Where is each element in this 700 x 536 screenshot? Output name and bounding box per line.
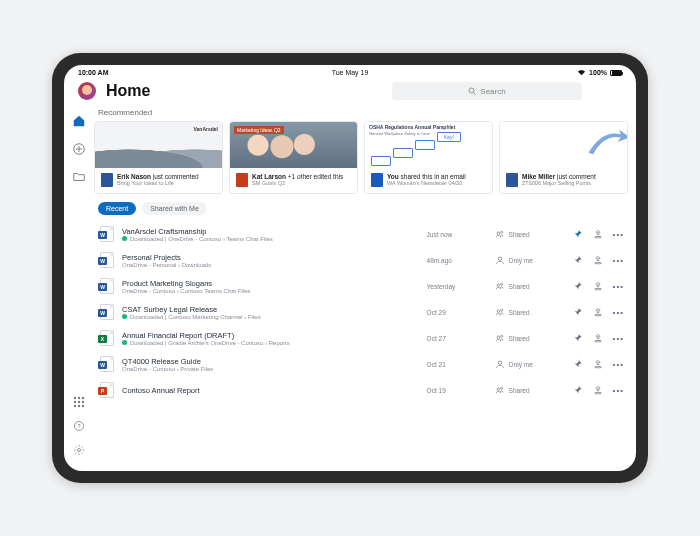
file-time: Just now <box>427 231 487 238</box>
pin-icon[interactable] <box>573 307 583 317</box>
more-icon[interactable]: ••• <box>613 334 624 343</box>
svg-point-20 <box>497 310 500 313</box>
share-icon[interactable] <box>593 385 603 395</box>
word-icon <box>101 173 113 187</box>
file-row[interactable]: WPersonal ProjectsOneDrive - Personal › … <box>94 247 628 273</box>
file-row[interactable]: WProduct Marketing SlogansOneDrive - Con… <box>94 273 628 299</box>
file-actions: ••• <box>573 229 624 239</box>
search-input[interactable]: Search <box>392 82 582 100</box>
share-icon[interactable] <box>593 359 603 369</box>
svg-point-24 <box>498 361 501 364</box>
svg-text:?: ? <box>77 423 80 429</box>
file-time: Yesterday <box>427 283 487 290</box>
recommended-cards: VanArsdel Erik Nason just commented Brin… <box>94 121 628 194</box>
pin-icon[interactable] <box>573 281 583 291</box>
sidebar-home-icon[interactable] <box>72 114 86 128</box>
file-actions: ••• <box>573 333 624 343</box>
svg-point-23 <box>500 335 502 337</box>
card-activity: Kat Larson +1 other edited this <box>252 173 343 180</box>
tab-shared[interactable]: Shared with Me <box>142 202 207 215</box>
file-name: Product Marketing Slogans <box>122 279 419 288</box>
file-name: CSAT Surbey Legal Release <box>122 305 419 314</box>
status-date: Tue May 19 <box>332 69 369 76</box>
recommended-card[interactable]: ••• Mike Miller just comment ZT6006 Majo… <box>499 121 628 194</box>
status-time: 10:00 AM <box>78 69 108 76</box>
file-row[interactable]: XAnnual Financial Report (DRAFT) Downloa… <box>94 325 628 351</box>
svg-point-26 <box>500 387 502 389</box>
arrow-icon <box>587 124 627 160</box>
share-icon[interactable] <box>593 333 603 343</box>
sidebar-folder-icon[interactable] <box>72 170 86 184</box>
file-icon: W <box>100 278 114 294</box>
recommended-card[interactable]: VanArsdel Erik Nason just commented Brin… <box>94 121 223 194</box>
file-actions: ••• <box>573 307 624 317</box>
svg-point-18 <box>497 284 500 287</box>
sidebar-apps-icon[interactable] <box>72 395 86 409</box>
file-meta: Personal ProjectsOneDrive - Personal › D… <box>122 253 419 268</box>
share-icon[interactable] <box>593 255 603 265</box>
share-icon[interactable] <box>593 281 603 291</box>
file-list: WVanArsdel Craftsmanship Downloaded | On… <box>94 221 628 403</box>
svg-line-1 <box>474 93 476 95</box>
search-icon <box>468 87 476 95</box>
file-actions: ••• <box>573 359 624 369</box>
pin-icon[interactable] <box>573 229 583 239</box>
file-name: VanArsdel Craftsmanship <box>122 227 419 236</box>
sidebar-help-icon[interactable]: ? <box>72 419 86 433</box>
tab-recent[interactable]: Recent <box>98 202 136 215</box>
sidebar-add-icon[interactable] <box>72 142 86 156</box>
file-share: Shared <box>495 281 565 291</box>
file-row[interactable]: WCSAT Surbey Legal Release Downloaded | … <box>94 299 628 325</box>
svg-point-3 <box>74 397 76 399</box>
pin-icon[interactable] <box>573 359 583 369</box>
file-row[interactable]: WQT4000 Release GuideOneDrive - Contoso … <box>94 351 628 377</box>
svg-point-10 <box>78 405 80 407</box>
pin-icon[interactable] <box>573 385 583 395</box>
share-icon[interactable] <box>593 307 603 317</box>
cloud-dot-icon <box>122 340 127 345</box>
sidebar-bottom: ? <box>72 395 86 463</box>
file-actions: ••• <box>573 385 624 395</box>
more-icon[interactable]: ••• <box>613 230 624 239</box>
more-icon[interactable]: ••• <box>613 282 624 291</box>
avatar[interactable] <box>78 82 96 100</box>
card-title: ZT6006 Major Selling Points <box>522 180 596 186</box>
file-time: 48m ago <box>427 257 487 264</box>
card-thumb: OSHA Regulations Annual Pamphlet General… <box>365 122 492 168</box>
file-path: Downloaded | OneDrive - Contoso › Teams … <box>122 236 419 242</box>
svg-point-25 <box>497 388 500 391</box>
share-icon[interactable] <box>593 229 603 239</box>
word-icon <box>506 173 518 187</box>
file-time: Oct 19 <box>427 387 487 394</box>
card-thumb: VanArsdel <box>95 122 222 168</box>
file-icon: P <box>100 382 114 398</box>
svg-point-8 <box>82 401 84 403</box>
more-icon[interactable]: ••• <box>613 386 624 395</box>
svg-point-22 <box>497 336 500 339</box>
file-row[interactable]: PContoso Annual ReportOct 19Shared••• <box>94 377 628 403</box>
file-path: Downloaded | Gradie Archie's OneDrive - … <box>122 340 419 346</box>
sidebar-settings-icon[interactable] <box>72 443 86 457</box>
recommended-card[interactable]: Marketing Ideas Q2 Kat Larson +1 other e… <box>229 121 358 194</box>
ppt-icon <box>236 173 248 187</box>
pin-icon[interactable] <box>573 333 583 343</box>
file-icon: X <box>100 330 114 346</box>
file-name: Contoso Annual Report <box>122 386 419 395</box>
file-icon: W <box>100 226 114 242</box>
file-meta: Contoso Annual Report <box>122 386 419 395</box>
word-icon <box>371 173 383 187</box>
card-activity: Erik Nason just commented <box>117 173 199 180</box>
battery-percent: 100% <box>589 69 607 76</box>
file-row[interactable]: WVanArsdel Craftsmanship Downloaded | On… <box>94 221 628 247</box>
file-share: Shared <box>495 229 565 239</box>
svg-point-21 <box>500 309 502 311</box>
more-icon[interactable]: ••• <box>613 308 624 317</box>
recommended-card[interactable]: ••• OSHA Regulations Annual Pamphlet Gen… <box>364 121 493 194</box>
card-title: Bring Your Ideas to Life <box>117 180 199 186</box>
more-icon[interactable]: ••• <box>613 360 624 369</box>
more-icon[interactable]: ••• <box>613 256 624 265</box>
battery-icon <box>610 70 622 76</box>
pin-icon[interactable] <box>573 255 583 265</box>
file-path: OneDrive - Contoso › Private Files <box>122 366 419 372</box>
file-icon: W <box>100 356 114 372</box>
